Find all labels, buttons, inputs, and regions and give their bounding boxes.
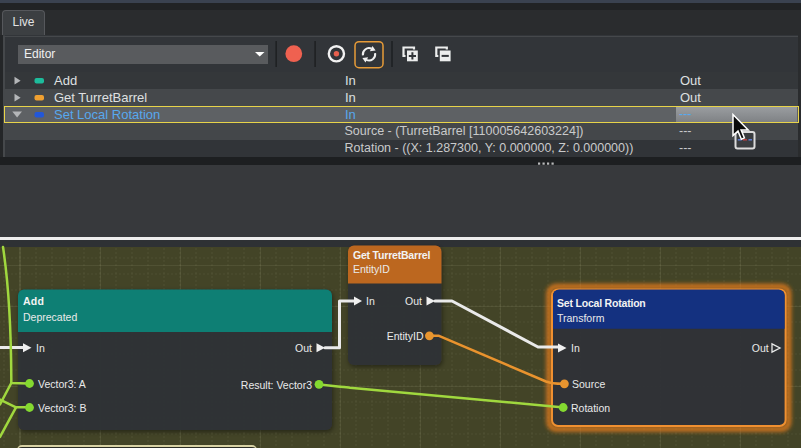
svg-text:Add: Add — [23, 295, 44, 307]
svg-text:Out: Out — [295, 342, 312, 354]
svg-text:Set Local Rotation: Set Local Rotation — [557, 297, 646, 309]
svg-text:EntityID: EntityID — [387, 330, 424, 342]
svg-text:Get TurretBarrel: Get TurretBarrel — [353, 249, 430, 261]
svg-text:In: In — [571, 342, 580, 354]
svg-text:Vector3: B: Vector3: B — [38, 402, 86, 414]
svg-text:Out: Out — [405, 295, 422, 307]
svg-text:Rotation: Rotation — [571, 402, 610, 414]
svg-text:In: In — [366, 295, 375, 307]
svg-text:EntityID: EntityID — [353, 263, 390, 275]
svg-text:Result: Vector3: Result: Vector3 — [241, 379, 312, 391]
svg-text:Vector3: A: Vector3: A — [38, 378, 86, 390]
svg-text:Deprecated: Deprecated — [23, 311, 77, 323]
svg-text:Source: Source — [572, 378, 605, 390]
svg-text:In: In — [36, 342, 45, 354]
svg-text:Out: Out — [752, 342, 769, 354]
svg-text:Transform: Transform — [557, 312, 605, 324]
